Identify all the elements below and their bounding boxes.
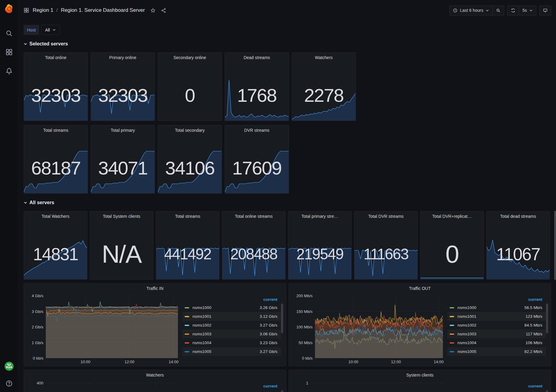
legend-scrollbar[interactable] bbox=[546, 304, 548, 333]
legend-row: nsms1003 3.06 Gb/s bbox=[182, 330, 281, 338]
panel-title[interactable]: Dead streams bbox=[225, 53, 289, 62]
y-axis: 400 bbox=[26, 382, 46, 392]
y-axis-tick-label: 50 Mb/s bbox=[299, 340, 313, 345]
series-name[interactable]: nsms1000 bbox=[193, 305, 211, 310]
plot-area bbox=[311, 382, 443, 392]
plot-wrap bbox=[46, 382, 178, 392]
panel-title[interactable]: Traffic OUT bbox=[289, 284, 551, 293]
panel-title[interactable]: Total DVR streams bbox=[354, 211, 417, 221]
series-name[interactable]: nsms1003 bbox=[457, 332, 476, 336]
grafana-logo-icon[interactable] bbox=[4, 4, 14, 14]
panel-title[interactable]: Total online bbox=[24, 53, 88, 62]
series-current-value: 3.12 Gb/s bbox=[260, 314, 277, 319]
stat-panel: Total streams 68187 bbox=[24, 125, 88, 194]
stat-panel: Total online streams 208488 bbox=[222, 211, 286, 280]
series-name[interactable]: nsms1002 bbox=[193, 323, 211, 327]
legend-scrollbar[interactable] bbox=[281, 304, 283, 333]
series-name[interactable]: nsms1005 bbox=[193, 349, 211, 354]
search-icon[interactable] bbox=[5, 30, 13, 37]
panel-title[interactable]: Total System clients bbox=[90, 211, 153, 221]
stat-value: 2278 bbox=[292, 86, 356, 105]
x-axis: 10:0012:0014:00 bbox=[315, 358, 443, 365]
panel-title[interactable]: Total dead streams bbox=[487, 211, 550, 221]
panel-title[interactable]: Primary online bbox=[91, 53, 155, 62]
panel-title[interactable]: Total streams bbox=[24, 125, 88, 135]
stat-value: N/A bbox=[90, 242, 153, 267]
stat-panel: Watchers 2278 bbox=[292, 52, 356, 121]
user-avatar[interactable] bbox=[5, 362, 14, 371]
plot-area bbox=[315, 296, 443, 358]
series-name[interactable]: nsms1005 bbox=[457, 349, 476, 354]
panel-title[interactable]: DVR streams bbox=[225, 125, 289, 135]
variable-value-dropdown[interactable]: All bbox=[41, 25, 60, 35]
stat-value: 32303 bbox=[24, 86, 88, 105]
panel-title[interactable]: Total primary stre… bbox=[288, 211, 351, 221]
help-icon[interactable] bbox=[5, 380, 13, 387]
row-collapse-header[interactable]: Selected servers bbox=[24, 40, 551, 48]
section-title: All servers bbox=[29, 200, 54, 205]
kiosk-mode-button[interactable] bbox=[539, 5, 551, 15]
x-axis-tick-label: 14:00 bbox=[169, 360, 179, 364]
legend-row: nsms1005 3.27 Gb/s bbox=[182, 347, 281, 356]
panel-title[interactable]: Traffic IN bbox=[24, 284, 286, 293]
panel-title[interactable]: Total DVR+replicat… bbox=[420, 211, 484, 221]
chevron-down-icon bbox=[24, 201, 27, 204]
plot-area bbox=[46, 296, 178, 358]
stat-value: 11067 bbox=[487, 246, 550, 263]
series-name[interactable]: nsms1000 bbox=[457, 305, 476, 310]
x-axis-tick-label: 10:00 bbox=[348, 360, 358, 364]
refresh-interval-picker[interactable]: 5s bbox=[519, 5, 536, 15]
star-icon[interactable] bbox=[150, 8, 156, 13]
stat-value: 0 bbox=[158, 86, 222, 105]
y-axis-tick-label: 0 kb/s bbox=[302, 356, 313, 360]
legend-row: nsms1002 3.27 Gb/s bbox=[182, 321, 281, 330]
stat-sparkline bbox=[354, 211, 417, 279]
legend-row: nsms1000 56.5 Mb/s bbox=[447, 303, 546, 312]
legend-current-header[interactable]: current bbox=[447, 296, 546, 303]
series-color-swatch bbox=[185, 351, 189, 352]
legend-scrollbar[interactable] bbox=[546, 390, 548, 392]
stat-panel-row: Total Watchers 14831 Total System client… bbox=[24, 211, 551, 280]
panel-title[interactable]: Total streams bbox=[156, 211, 219, 221]
panel-title[interactable]: Total primary bbox=[91, 125, 155, 135]
legend-scrollbar[interactable] bbox=[281, 390, 283, 392]
legend: current bbox=[178, 382, 283, 392]
chevron-down-icon bbox=[24, 42, 27, 46]
panel-title[interactable]: Watchers bbox=[292, 53, 356, 62]
series-name[interactable]: nsms1001 bbox=[457, 314, 476, 319]
series-name[interactable]: nsms1002 bbox=[457, 323, 476, 327]
stat-value: 14831 bbox=[24, 246, 87, 263]
panel-title[interactable]: Total online streams bbox=[222, 211, 285, 221]
legend-current-header[interactable]: current bbox=[182, 296, 281, 303]
panel-title[interactable]: Total Watchers bbox=[24, 211, 87, 221]
stat-panel: Total primary stre… 219549 bbox=[288, 211, 352, 280]
share-icon[interactable] bbox=[161, 8, 166, 13]
variable-label: Host bbox=[24, 25, 39, 35]
dashboards-icon[interactable] bbox=[5, 48, 13, 56]
legend-current-header[interactable]: current bbox=[447, 382, 546, 390]
panel-title[interactable]: Secondary online bbox=[158, 53, 222, 62]
panel-title[interactable]: Total secondary bbox=[158, 125, 222, 135]
row-collapse-header[interactable]: All servers bbox=[24, 198, 551, 207]
stat-value: 1768 bbox=[225, 86, 289, 105]
breadcrumb-dashboard-link[interactable]: Region 1 bbox=[33, 7, 53, 13]
zoom-out-button[interactable] bbox=[493, 5, 504, 15]
legend-current-header[interactable]: current bbox=[182, 382, 281, 390]
graph-panel: Traffic IN 4 Gb/s3 Gb/s2 Gb/s1 Gb/s0 kb/… bbox=[24, 283, 286, 366]
time-range-picker[interactable]: Last 6 hours bbox=[449, 5, 493, 15]
refresh-button[interactable] bbox=[507, 5, 519, 15]
alerting-bell-icon[interactable] bbox=[5, 67, 13, 75]
series-name[interactable]: nsms1003 bbox=[193, 332, 211, 336]
panel-title[interactable]: System clients bbox=[289, 370, 551, 380]
breadcrumb-page-title[interactable]: Region 1. Service Dashboard Server bbox=[61, 7, 145, 13]
legend: current nsms1000 3.26 Gb/s nsms1001 3.12… bbox=[178, 296, 283, 365]
series-color-swatch bbox=[185, 316, 189, 317]
series-name[interactable]: nsms1001 bbox=[193, 314, 211, 319]
page-scrollbar[interactable] bbox=[554, 211, 556, 280]
series-current-value: 3.23 Gb/s bbox=[260, 341, 277, 345]
series-name[interactable]: nsms1004 bbox=[457, 341, 476, 345]
series-name[interactable]: nsms1004 bbox=[193, 341, 211, 345]
stat-sparkline bbox=[288, 211, 351, 279]
panel-title[interactable]: Watchers bbox=[24, 370, 286, 380]
y-axis-tick-label: 400 bbox=[37, 381, 43, 385]
